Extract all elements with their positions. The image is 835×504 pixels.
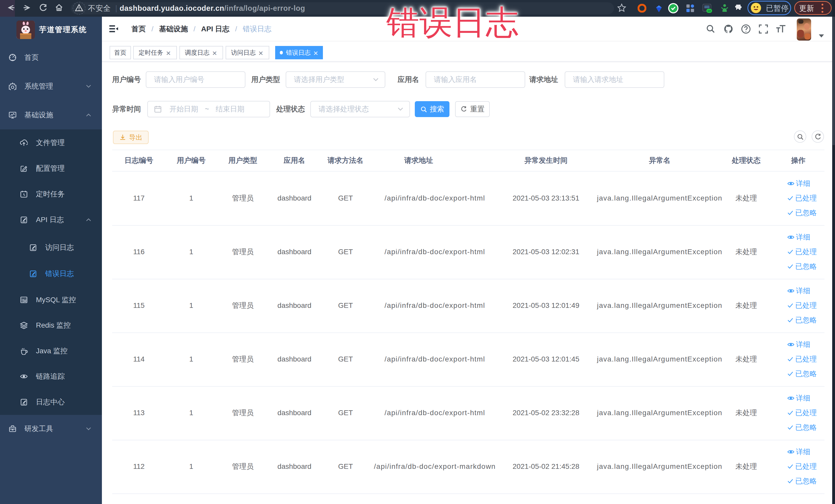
svg-text:on: on [708, 9, 711, 12]
